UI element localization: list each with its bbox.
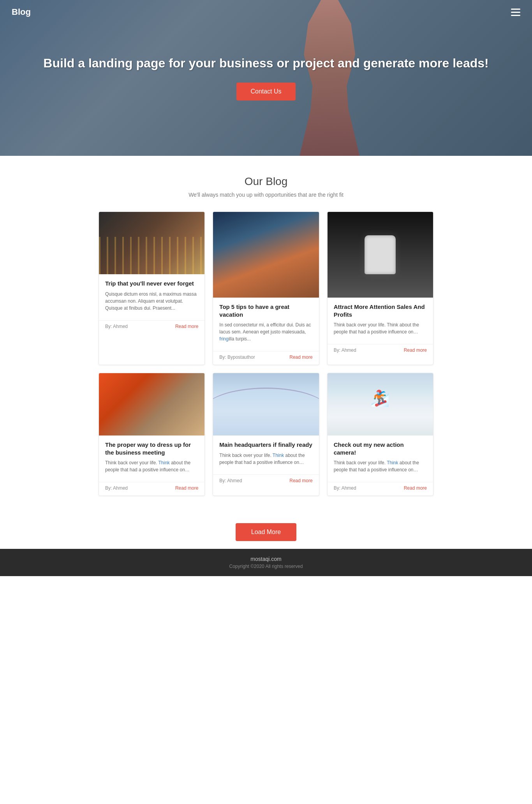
card-3-content: Attract More Attention Sales And Profits… xyxy=(328,298,433,344)
card-1-author: By: Ahmed xyxy=(105,324,128,329)
card-4-footer: By: Ahmed Read more xyxy=(99,482,204,495)
card-3-title: Attract More Attention Sales And Profits xyxy=(334,303,427,318)
card-5-title: Main headquarters if finally ready xyxy=(219,441,312,449)
card-2-content: Top 5 tips to have a great vacation In s… xyxy=(213,298,319,351)
card-1-title: Trip that you'll never ever forget xyxy=(105,280,198,287)
footer-copyright: Copyright ©2020 All rights reserved xyxy=(7,564,525,569)
card-3-read-more[interactable]: Read more xyxy=(404,347,427,353)
blog-card-1: Trip that you'll never ever forget Quisq… xyxy=(99,212,205,365)
hero-section: Blog Build a landing page for your busin… xyxy=(0,0,532,156)
card-3-author: By: Ahmed xyxy=(334,347,356,353)
card-5-read-more[interactable]: Read more xyxy=(289,478,312,483)
card-6-footer: By: Ahmed Read more xyxy=(328,482,433,495)
load-more-section: Load More xyxy=(0,511,532,549)
card-6-excerpt: Think back over your life. Think about t… xyxy=(334,459,427,473)
card-2-author: By: Bypostauthor xyxy=(219,354,255,360)
card-4-author: By: Ahmed xyxy=(105,485,128,491)
card-5-footer: By: Ahmed Read more xyxy=(213,474,319,488)
card-5-excerpt: Think back over your life. Think about t… xyxy=(219,452,312,466)
card-6-image xyxy=(328,373,433,436)
blog-section: Our Blog We'll always match you up with … xyxy=(91,156,441,511)
card-5-content: Main headquarters if finally ready Think… xyxy=(213,436,319,474)
hamburger-menu[interactable] xyxy=(511,9,520,16)
card-4-title: The proper way to dress up for the busin… xyxy=(105,441,198,456)
footer-site: mostaqi.com xyxy=(7,556,525,562)
card-2-title: Top 5 tips to have a great vacation xyxy=(219,303,312,318)
card-6-title: Check out my new action camera! xyxy=(334,441,427,456)
hero-title: Build a landing page for your business o… xyxy=(43,55,488,72)
page-footer: mostaqi.com Copyright ©2020 All rights r… xyxy=(0,549,532,576)
card-2-image xyxy=(213,212,319,298)
card-6-read-more[interactable]: Read more xyxy=(404,485,427,491)
hamburger-line-3 xyxy=(511,15,520,16)
card-2-footer: By: Bypostauthor Read more xyxy=(213,351,319,365)
card-5-author: By: Ahmed xyxy=(219,478,242,483)
card-3-image xyxy=(328,212,433,298)
blog-card-4: The proper way to dress up for the busin… xyxy=(99,373,205,496)
card-6-content: Check out my new action camera! Think ba… xyxy=(328,436,433,482)
card-3-excerpt: Think back over your life. Think about t… xyxy=(334,321,427,335)
card-3-footer: By: Ahmed Read more xyxy=(328,344,433,358)
card-4-content: The proper way to dress up for the busin… xyxy=(99,436,204,482)
load-more-button[interactable]: Load More xyxy=(236,523,297,541)
card-1-footer: By: Ahmed Read more xyxy=(99,320,204,334)
hamburger-line-2 xyxy=(511,12,520,13)
main-nav: Blog xyxy=(0,0,532,24)
blog-card-5: Main headquarters if finally ready Think… xyxy=(213,373,319,496)
card-6-author: By: Ahmed xyxy=(334,485,356,491)
card-1-image xyxy=(99,212,204,274)
card-1-content: Trip that you'll never ever forget Quisq… xyxy=(99,274,204,320)
card-4-read-more[interactable]: Read more xyxy=(175,485,198,491)
card-5-image xyxy=(213,373,319,436)
blog-card-6: Check out my new action camera! Think ba… xyxy=(327,373,433,496)
blog-card-2: Top 5 tips to have a great vacation In s… xyxy=(213,212,319,365)
card-1-excerpt: Quisque dictum eros nisl, a maximus mass… xyxy=(105,291,198,312)
card-4-excerpt: Think back over your life. Think about t… xyxy=(105,459,198,473)
blog-heading: Our Blog xyxy=(99,175,433,188)
card-2-read-more[interactable]: Read more xyxy=(289,354,312,360)
contact-us-button[interactable]: Contact Us xyxy=(236,83,295,100)
blog-card-3: Attract More Attention Sales And Profits… xyxy=(327,212,433,365)
card-1-read-more[interactable]: Read more xyxy=(175,324,198,329)
hamburger-line-1 xyxy=(511,9,520,10)
hero-content: Build a landing page for your business o… xyxy=(28,55,504,100)
site-logo: Blog xyxy=(12,7,31,17)
card-4-image xyxy=(99,373,204,436)
blog-grid: Trip that you'll never ever forget Quisq… xyxy=(99,212,433,496)
blog-subheading: We'll always match you up with opportuni… xyxy=(99,192,433,198)
card-2-excerpt: In sed consectetur mi, a efficitur dui. … xyxy=(219,321,312,342)
